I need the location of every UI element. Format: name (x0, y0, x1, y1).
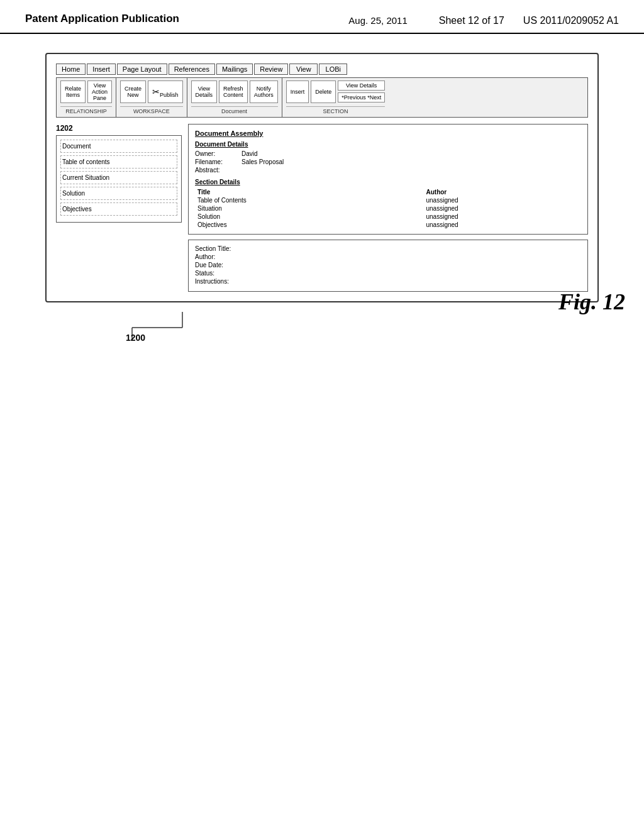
publication-title: Patent Application Publication (25, 11, 179, 26)
label-1200-area: 1200 (31, 309, 613, 346)
view-details-doc-button[interactable]: View Details (191, 80, 218, 103)
author-row: Author: (195, 253, 581, 260)
doc-list-container: 1202 Document Table of contents Current … (56, 124, 182, 292)
tab-references[interactable]: References (169, 64, 215, 75)
delete-button[interactable]: Delete (311, 80, 336, 103)
tab-page-layout[interactable]: Page Layout (117, 64, 167, 75)
row-solution-author: unassigned (423, 213, 581, 221)
table-row: Solution unassigned (195, 213, 581, 221)
header-meta: Aug. 25, 2011 Sheet 12 of 17 US 2011/020… (348, 15, 619, 26)
row-solution-title: Solution (195, 213, 423, 221)
diagram-outer-box: Home Insert Page Layout References Maili… (45, 53, 599, 302)
section-title-label: Section Title: (195, 245, 239, 252)
page-header: Patent Application Publication Aug. 25, … (0, 0, 644, 34)
content-area: 1202 Document Table of contents Current … (56, 124, 588, 292)
label-1200: 1200 (126, 333, 145, 343)
publication-date: Aug. 25, 2011 (348, 15, 407, 26)
section-table: Title Author Table of Contents unassigne… (195, 188, 581, 229)
doc-item-solution[interactable]: Solution (60, 187, 177, 200)
filename-row: Filename: Sales Proposal (195, 158, 581, 165)
document-assembly-panel: Document Assembly Document Details Owner… (188, 124, 588, 235)
view-details-section-button[interactable]: View Details (338, 80, 385, 91)
filename-label: Filename: (195, 158, 239, 165)
tabs-row: Home Insert Page Layout References Maili… (56, 64, 588, 75)
document-label: Document (191, 106, 278, 114)
tab-home[interactable]: Home (56, 64, 86, 75)
workspace-label: WORKSPACE (120, 106, 183, 114)
refresh-content-button[interactable]: Refresh Content (219, 80, 248, 103)
ribbon-group-workspace: Create New ✂ Publish WORKSPACE (116, 78, 187, 117)
row-toc-author: unassigned (423, 196, 581, 204)
author-label: Author: (195, 253, 239, 260)
instructions-label: Instructions: (195, 278, 239, 285)
section-label: SECTION (286, 106, 386, 114)
create-new-button[interactable]: Create New (120, 80, 146, 103)
due-date-row: Due Date: (195, 262, 581, 268)
abstract-label: Abstract: (195, 167, 239, 174)
publish-button[interactable]: ✂ Publish (148, 80, 183, 103)
sheet-info: Sheet 12 of 17 (439, 15, 504, 26)
bracket-svg (94, 309, 283, 346)
doc-item-objectives[interactable]: Objectives (60, 202, 177, 216)
table-row: Table of Contents unassigned (195, 196, 581, 204)
tab-mailings[interactable]: Mailings (216, 64, 253, 75)
label-1202: 1202 (56, 124, 182, 133)
section-buttons: Insert Delete View Details *Previous *Ne… (286, 80, 386, 103)
patent-number: US 2011/0209052 A1 (523, 15, 619, 26)
row-toc-title: Table of Contents (195, 196, 423, 204)
instructions-row: Instructions: (195, 278, 581, 285)
section-details-title: Section Details (195, 179, 581, 185)
col-header-title: Title (195, 188, 423, 196)
relate-items-button[interactable]: Relate Items (60, 80, 86, 103)
filename-value: Sales Proposal (242, 158, 284, 165)
document-buttons: View Details Refresh Content Notify Auth… (191, 80, 278, 103)
ribbon-groups: Relate Items View Action Pane RELATIONSH… (56, 77, 588, 118)
row-situation-author: unassigned (423, 204, 581, 213)
main-content: Home Insert Page Layout References Maili… (0, 34, 644, 365)
abstract-row: Abstract: (195, 167, 581, 174)
relationship-label: RELATIONSHIP (60, 106, 112, 114)
section-fields-panel: Section Title: Author: Due Date: Status: (188, 240, 588, 292)
ribbon-area: Home Insert Page Layout References Maili… (56, 64, 588, 118)
table-row: Situation unassigned (195, 204, 581, 213)
tab-insert[interactable]: Insert (87, 64, 116, 75)
status-label: Status: (195, 270, 239, 277)
doc-list-panel: Document Table of contents Current Situa… (56, 135, 182, 223)
notify-authors-button[interactable]: Notify Authors (250, 80, 278, 103)
col-header-author: Author (423, 188, 581, 196)
relationship-buttons: Relate Items View Action Pane (60, 80, 112, 103)
workspace-buttons: Create New ✂ Publish (120, 80, 183, 103)
section-details-area: Section Details Title Author Table of (195, 179, 581, 229)
owner-row: Owner: David (195, 150, 581, 157)
due-date-label: Due Date: (195, 262, 239, 268)
document-details-title: Document Details (195, 141, 581, 148)
ribbon-group-section: Insert Delete View Details *Previous *Ne… (282, 78, 389, 117)
doc-item-toc[interactable]: Table of contents (60, 155, 177, 169)
insert-button[interactable]: Insert (286, 80, 309, 103)
section-title-row: Section Title: (195, 245, 581, 252)
status-row: Status: (195, 270, 581, 277)
details-panels: Document Assembly Document Details Owner… (188, 124, 588, 292)
owner-value: David (242, 150, 258, 157)
doc-item-current-situation[interactable]: Current Situation (60, 171, 177, 184)
row-objectives-title: Objectives (195, 221, 423, 229)
tab-lobi[interactable]: LOBi (319, 64, 347, 75)
tab-review[interactable]: Review (254, 64, 288, 75)
document-assembly-title: Document Assembly (195, 130, 581, 137)
doc-item-document[interactable]: Document (60, 140, 177, 153)
ribbon-group-relationship: Relate Items View Action Pane RELATIONSH… (57, 78, 116, 117)
view-action-pane-button[interactable]: View Action Pane (87, 80, 112, 103)
owner-label: Owner: (195, 150, 239, 157)
table-row: Objectives unassigned (195, 221, 581, 229)
row-objectives-author: unassigned (423, 221, 581, 229)
ribbon-group-document: View Details Refresh Content Notify Auth… (187, 78, 282, 117)
row-situation-title: Situation (195, 204, 423, 213)
tab-view[interactable]: View (289, 64, 318, 75)
fig-label: Fig. 12 (558, 289, 625, 315)
previous-next-button[interactable]: *Previous *Next (338, 92, 385, 102)
